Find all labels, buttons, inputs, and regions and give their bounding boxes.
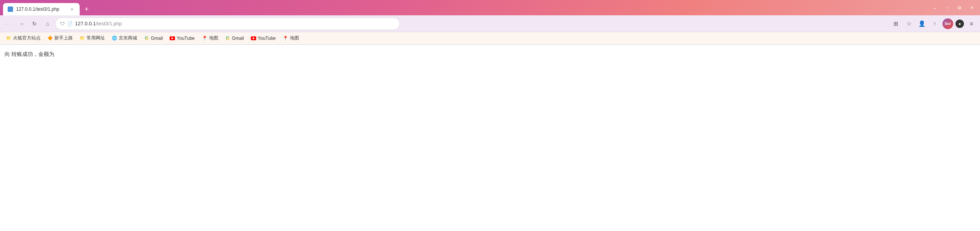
menu-button[interactable]: ≡: [966, 18, 977, 29]
address-text: 127.0.0.1/test3/1.php: [75, 21, 395, 26]
forward-button[interactable]: →: [16, 18, 27, 29]
youtube-play-triangle: [172, 37, 173, 39]
bookmark-label: 地图: [209, 35, 218, 41]
youtube-icon: [170, 36, 175, 40]
bookmark-label: Gmail: [151, 36, 163, 41]
page-content: 向 转账成功，金额为: [0, 45, 980, 64]
security-icon: 🛡: [60, 21, 65, 26]
bookmark-label: 火狐官方站点: [13, 35, 41, 41]
address-bar[interactable]: 🛡 📄 127.0.0.1/test3/1.php: [55, 18, 400, 30]
bookmark-gmail1[interactable]: G Gmail: [141, 34, 166, 42]
youtube-play-triangle: [253, 37, 255, 39]
minimize-button[interactable]: [942, 2, 952, 13]
google-icon: G: [225, 36, 231, 41]
bookmark-youtube2[interactable]: YouTube: [248, 34, 279, 42]
maps-icon: 📍: [283, 36, 288, 41]
navbar: ← → ↻ ⌂ 🛡 📄 127.0.0.1/test3/1.php ⊞ ☆ 👤 …: [0, 15, 980, 32]
navbar-right: ⊞ ☆ 👤 ↑ bur ● ≡: [890, 18, 977, 29]
bookmark-huohu[interactable]: 📁 火狐官方站点: [3, 34, 44, 43]
window-controls: ⌄: [929, 2, 977, 13]
bookmark-label: 地图: [290, 35, 299, 41]
translate-icon: ⊞: [893, 20, 898, 27]
account-button[interactable]: 👤: [916, 18, 927, 29]
reload-icon: ↻: [32, 21, 37, 27]
address-path: /test3/1.php: [96, 21, 122, 26]
circle-label: ●: [959, 21, 961, 26]
bookmark-label: 常用网址: [87, 35, 105, 41]
bookmark-label: YouTube: [258, 36, 276, 41]
globe-orange-icon: 🔶: [47, 36, 53, 41]
forward-icon: →: [19, 21, 24, 27]
home-icon: ⌂: [46, 21, 49, 27]
bookmark-label: Gmail: [232, 36, 244, 41]
extensions-circle[interactable]: ●: [955, 20, 964, 28]
tab-close-button[interactable]: ×: [69, 6, 75, 12]
maximize-button[interactable]: [954, 2, 965, 13]
bookmarks-bar: 📁 火狐官方站点 🔶 新手上路 📁 常用网址 🌐 京东商城 G Gmail Yo…: [0, 32, 980, 44]
new-tab-button[interactable]: +: [81, 4, 92, 15]
dropdown-tab-button[interactable]: ⌄: [929, 2, 940, 13]
back-button[interactable]: ←: [3, 18, 14, 29]
menu-icon: ≡: [970, 20, 973, 27]
bookmark-label: 京东商城: [119, 35, 137, 41]
tab-title: 127.0.0.1/test3/1.php: [16, 7, 66, 12]
address-protocol: 127.0.0.1: [75, 21, 96, 26]
titlebar: 127.0.0.1/test3/1.php × + ⌄: [0, 0, 980, 15]
profile-avatar[interactable]: bur: [942, 18, 953, 29]
bookmark-xinshoushanlu[interactable]: 🔶 新手上路: [44, 34, 76, 43]
bookmark-star-icon: ☆: [906, 20, 911, 27]
avatar-text: bur: [945, 21, 951, 26]
bookmark-map1[interactable]: 📍 地图: [199, 34, 221, 43]
active-tab[interactable]: 127.0.0.1/test3/1.php ×: [3, 3, 80, 15]
translate-button[interactable]: ⊞: [890, 18, 901, 29]
share-icon: ↑: [933, 20, 936, 27]
maps-icon: 📍: [202, 36, 208, 41]
bookmark-jingdong[interactable]: 🌐 京东商城: [109, 34, 140, 43]
bookmark-label: 新手上路: [54, 35, 73, 41]
close-button[interactable]: [966, 2, 977, 13]
home-button[interactable]: ⌂: [42, 18, 53, 29]
google-icon: G: [144, 36, 149, 41]
page-text: 向 转账成功，金额为: [5, 51, 54, 57]
share-button[interactable]: ↑: [929, 18, 940, 29]
bookmark-button[interactable]: ☆: [903, 18, 914, 29]
bookmark-map2[interactable]: 📍 地图: [280, 34, 302, 43]
bookmark-youtube1[interactable]: YouTube: [167, 34, 198, 42]
youtube-icon: [251, 36, 256, 40]
back-icon: ←: [6, 21, 11, 27]
tab-area: 127.0.0.1/test3/1.php × +: [3, 0, 928, 15]
page-icon: 📄: [67, 21, 73, 26]
dropdown-icon: ⌄: [933, 5, 937, 10]
bookmark-changyong[interactable]: 📁 常用网址: [77, 34, 108, 43]
globe-blue-icon: 🌐: [112, 36, 117, 41]
bookmark-label: YouTube: [177, 36, 195, 41]
account-icon: 👤: [918, 20, 926, 27]
tab-favicon: [8, 7, 13, 12]
folder-icon: 📁: [6, 36, 11, 41]
reload-button[interactable]: ↻: [29, 18, 40, 29]
bookmark-gmail2[interactable]: G Gmail: [222, 34, 247, 42]
folder-icon: 📁: [80, 36, 85, 41]
